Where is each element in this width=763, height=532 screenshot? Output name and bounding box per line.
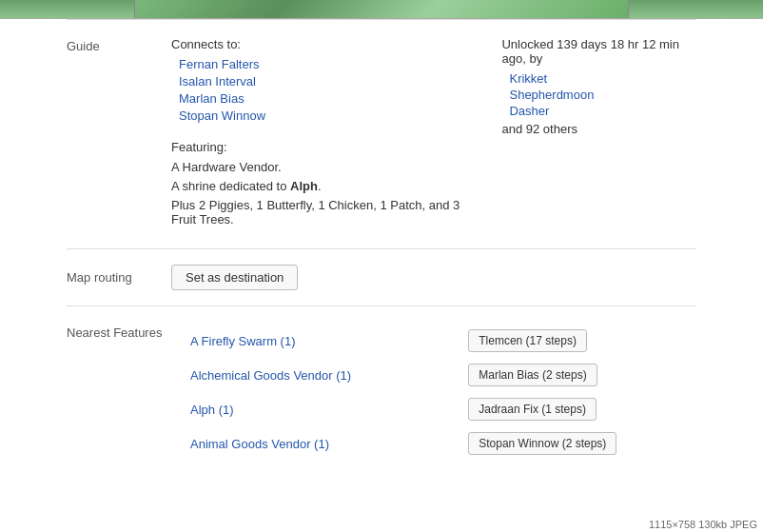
featuring-item-1: A shrine dedicated to Alph. [171,179,482,193]
featuring-item-0: A Hardware Vendor. [171,160,482,174]
nearest-feature-row: Alph (1)Jadraan Fix (1 steps) [190,392,696,426]
connects-link-0[interactable]: Fernan Falters [171,57,482,71]
route-button-3[interactable]: Stopan Winnow (2 steps) [468,432,616,455]
connects-to-col: Connects to: Fernan Falters Isalan Inter… [171,37,482,231]
nearest-feature-row: Alchemical Goods Vendor (1)Marlan Bias (… [190,358,696,392]
unlocker-2[interactable]: Dasher [501,104,696,118]
featuring-item-2: Plus 2 Piggies, 1 Butterfly, 1 Chicken, … [171,198,482,227]
unlocker-0[interactable]: Krikket [501,71,696,86]
route-button-0[interactable]: Tlemcen (17 steps) [468,329,587,352]
unlocked-summary: Unlocked 139 days 18 hr 12 min ago, by [501,37,696,66]
nearest-feature-link-1[interactable]: Alchemical Goods Vendor (1) [190,368,351,383]
nearest-feature-row: A Firefly Swarm (1)Tlemcen (17 steps) [190,324,696,358]
nearest-features-section: Nearest Features A Firefly Swarm (1)Tlem… [0,306,763,478]
nearest-feature-row: Animal Goods Vendor (1)Stopan Winnow (2 … [190,426,696,461]
route-button-2[interactable]: Jadraan Fix (1 steps) [468,398,597,421]
nearest-features-table: A Firefly Swarm (1)Tlemcen (17 steps)Alc… [190,324,696,461]
map-routing-label: Map routing [67,270,171,285]
map-routing-section: Map routing Set as destination [0,249,763,305]
connects-link-3[interactable]: Stopan Winnow [171,108,482,123]
featuring-heading: Featuring: [171,140,482,154]
others-text: and 92 others [501,122,696,136]
set-destination-button[interactable]: Set as destination [171,265,298,290]
unlock-col: Unlocked 139 days 18 hr 12 min ago, by K… [501,37,696,231]
guide-content: Connects to: Fernan Falters Isalan Inter… [171,37,696,231]
nearest-feature-link-0[interactable]: A Firefly Swarm (1) [190,334,296,348]
connects-link-2[interactable]: Marlan Bias [171,91,482,106]
nearest-feature-link-2[interactable]: Alph (1) [190,403,234,417]
connects-link-1[interactable]: Isalan Interval [171,74,482,89]
featuring-item-1-bold: Alph [290,179,318,193]
connects-to-heading: Connects to: [171,37,482,51]
nearest-features-label: Nearest Features [67,324,171,461]
unlocker-1[interactable]: Shepherdmoon [501,88,696,102]
nearest-feature-link-3[interactable]: Animal Goods Vendor (1) [190,437,329,451]
guide-label: Guide [67,37,171,231]
route-button-1[interactable]: Marlan Bias (2 steps) [468,364,597,386]
map-banner [0,0,763,19]
guide-section: Guide Connects to: Fernan Falters Isalan… [0,20,763,248]
